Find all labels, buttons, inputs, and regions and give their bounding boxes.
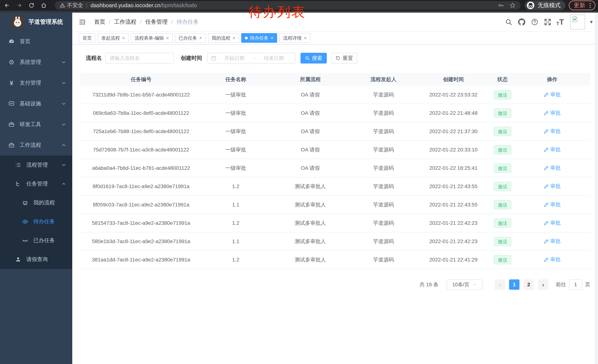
approve-link[interactable]: 审批 <box>544 183 561 190</box>
sidebar-item-label: 请假查询 <box>26 256 48 263</box>
cell-process: 测试多审批人 <box>270 201 351 208</box>
goto-page-input[interactable] <box>569 279 582 290</box>
security-label[interactable]: 不安全 <box>67 2 83 9</box>
tab-close-icon[interactable]: × <box>122 36 125 40</box>
url-domain: dashboard.yudao.iocoder.cn <box>91 2 160 8</box>
font-size-icon[interactable]: TT <box>556 18 564 26</box>
avatar-dropdown-caret-icon[interactable]: ▼ <box>589 19 594 25</box>
status-badge: 激活 <box>494 182 511 191</box>
cell-process: 测试多审批人 <box>270 256 351 263</box>
end-date-placeholder[interactable]: 结束日期 <box>256 55 291 61</box>
prev-page-button[interactable]: ‹ <box>495 279 505 290</box>
approve-link[interactable]: 审批 <box>544 256 561 263</box>
tab-我的流程[interactable]: 我的流程× <box>208 33 239 43</box>
app-title: 芋道管理系统 <box>29 18 63 26</box>
next-page-button[interactable]: › <box>538 279 548 290</box>
cell-created: 2022-01-21 22:43:55 <box>416 184 491 189</box>
search-button[interactable]: 搜索 <box>300 53 327 64</box>
cell-id: 73211d9d-7b9b-11ec-b5b7-acde48001122 <box>80 92 202 98</box>
cell-id: 58154733-7ac8-11ec-a9e2-a2380e71991a <box>80 220 202 226</box>
page-button-2[interactable]: 2 <box>523 279 534 290</box>
breadcrumb-item-待办任务: 待办任务 <box>176 18 199 26</box>
scrollbar[interactable] <box>595 13 598 364</box>
sidebar-item-请假查询[interactable]: 请假查询 <box>0 250 72 269</box>
browser-home-icon[interactable] <box>40 2 47 9</box>
sidebar-item-基础设施[interactable]: 基础设施 <box>0 93 72 114</box>
sidebar-item-已办任务[interactable]: 已办任务 <box>0 231 72 250</box>
cell-process: OA 请假 <box>270 110 351 117</box>
tab-label: 首页 <box>83 35 92 41</box>
sidebar-item-label: 系统管理 <box>20 58 41 66</box>
flow-icon <box>15 180 22 187</box>
browser-back-icon[interactable] <box>3 2 11 9</box>
approve-link[interactable]: 审批 <box>544 91 561 98</box>
chevron-down-icon <box>61 162 66 168</box>
approve-link[interactable]: 审批 <box>544 146 561 153</box>
search-icon[interactable] <box>505 18 513 26</box>
user-icon <box>15 256 22 263</box>
page-button-1[interactable]: 1 <box>509 279 519 290</box>
tab-close-icon[interactable]: × <box>304 36 307 40</box>
approve-link[interactable]: 审批 <box>544 109 561 116</box>
browser-forward-icon[interactable] <box>16 2 23 9</box>
tab-close-icon[interactable]: × <box>271 36 274 40</box>
sidebar-item-系统管理[interactable]: ⚙系统管理 <box>0 52 72 73</box>
reset-button[interactable]: 重置 <box>331 53 357 64</box>
tab-已办任务[interactable]: 已办任务× <box>175 33 206 43</box>
tab-close-icon[interactable]: × <box>199 36 202 40</box>
cell-status: 激活 <box>491 127 514 136</box>
sidebar-item-研发工具[interactable]: 研发工具 <box>0 114 72 135</box>
browser-menu-icon[interactable] <box>589 3 592 8</box>
sidebar-item-首页[interactable]: 首页 <box>0 31 72 52</box>
tab-流程表单-编辑[interactable]: 流程表单-编辑× <box>131 33 173 43</box>
sidebar-toggle-icon[interactable] <box>79 18 86 26</box>
sidebar-item-我的流程[interactable]: 我的流程 <box>0 193 72 212</box>
approve-link[interactable]: 审批 <box>544 238 561 245</box>
approve-link[interactable]: 审批 <box>544 219 561 226</box>
app-logo[interactable]: 芋道管理系统 <box>0 13 72 31</box>
cell-actions: 审批 <box>514 219 590 227</box>
sidebar-item-label: 流程管理 <box>26 161 48 169</box>
sidebar-item-工作流程[interactable]: 工作流程 <box>0 135 72 155</box>
password-key-icon[interactable] <box>498 2 504 8</box>
status-badge: 激活 <box>494 163 511 173</box>
start-date-placeholder[interactable]: 开始日期 <box>216 55 252 61</box>
page-size-select[interactable]: 10条/页 <box>447 279 482 290</box>
sidebar-item-支付管理[interactable]: ¥支付管理 <box>0 73 72 93</box>
github-icon[interactable] <box>517 18 526 26</box>
browser-reload-icon[interactable] <box>28 2 35 9</box>
approve-link-label: 审批 <box>550 109 561 116</box>
breadcrumb-item-工作流程[interactable]: 工作流程 <box>114 18 136 26</box>
cell-status: 激活 <box>491 237 514 246</box>
tab-close-icon[interactable]: × <box>166 36 169 40</box>
page-number-list: 12 <box>505 279 534 290</box>
date-range-picker[interactable]: 开始日期 - 结束日期 <box>207 53 295 64</box>
table-row: 75d72608-7b7f-11ec-a3c8-acde48001122一级审批… <box>80 141 590 159</box>
breadcrumb-item-首页[interactable]: 首页 <box>94 18 105 26</box>
approve-link[interactable]: 审批 <box>544 201 561 208</box>
cell-process: OA 请假 <box>270 128 351 135</box>
tab-首页[interactable]: 首页 <box>79 33 95 43</box>
browser-update-button[interactable]: 更新 <box>569 0 595 10</box>
column-header-操作: 操作 <box>514 76 590 83</box>
tab-label: 流程表单-编辑 <box>134 35 164 41</box>
status-badge: 激活 <box>494 90 511 99</box>
cell-process: 测试多审批人 <box>270 238 351 245</box>
approve-link[interactable]: 审批 <box>544 164 561 171</box>
fullscreen-icon[interactable] <box>543 18 552 26</box>
sidebar-item-任务管理[interactable]: 任务管理 <box>0 174 72 193</box>
sidebar-item-流程管理[interactable]: 流程管理 <box>0 155 72 174</box>
help-icon[interactable] <box>530 18 539 26</box>
approve-link[interactable]: 审批 <box>544 128 561 135</box>
tab-发起流程[interactable]: 发起流程× <box>98 33 129 43</box>
table-row: 58154733-7ac8-11ec-a9e2-a2380e71991a1.2测… <box>80 214 590 232</box>
process-name-input[interactable] <box>105 53 174 64</box>
bookmark-star-icon[interactable] <box>509 2 516 8</box>
breadcrumb-item-任务管理[interactable]: 任务管理 <box>145 18 168 26</box>
avatar[interactable] <box>570 15 585 29</box>
cell-name: 一级审批 <box>202 91 270 98</box>
tab-close-icon[interactable]: × <box>233 36 235 40</box>
tab-待办任务[interactable]: 待办任务× <box>241 33 277 43</box>
tab-流程详情[interactable]: 流程详情× <box>279 33 310 43</box>
sidebar-item-待办任务[interactable]: 待办任务 <box>0 212 72 231</box>
